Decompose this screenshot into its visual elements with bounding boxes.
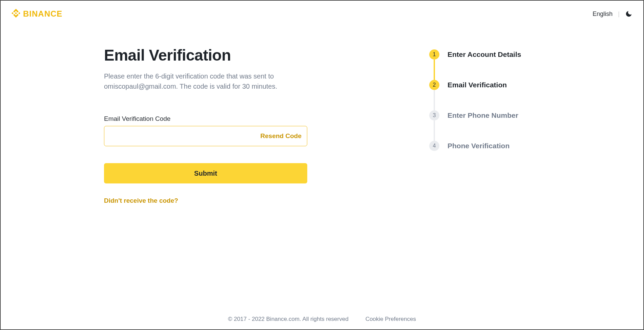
step-email-verification: 2 Email Verification	[429, 80, 521, 90]
step-number: 2	[429, 80, 439, 90]
step-number: 3	[429, 110, 439, 120]
page-title: Email Verification	[104, 46, 307, 64]
binance-logo-icon	[12, 9, 20, 19]
step-number: 4	[429, 141, 439, 151]
didnt-receive-link[interactable]: Didn't receive the code?	[104, 197, 307, 204]
copyright-text: © 2017 - 2022 Binance.com. All rights re…	[228, 316, 349, 323]
moon-icon	[625, 10, 632, 18]
header-right: English |	[593, 10, 632, 18]
binance-logo-text: BINANCE	[23, 9, 62, 19]
binance-logo[interactable]: BINANCE	[12, 9, 62, 19]
step-label: Enter Account Details	[448, 50, 521, 59]
step-phone-number: 3 Enter Phone Number	[429, 110, 521, 120]
step-connector	[434, 90, 435, 110]
verification-code-input[interactable]	[110, 133, 261, 140]
cookie-preferences-link[interactable]: Cookie Preferences	[366, 316, 416, 323]
code-input-wrap: Resend Code	[104, 126, 307, 146]
verification-form: Email Verification Please enter the 6-di…	[104, 46, 307, 204]
page-subtitle: Please enter the 6-digit verification co…	[104, 71, 287, 91]
progress-steps: 1 Enter Account Details 2 Email Verifica…	[429, 46, 521, 204]
submit-button[interactable]: Submit	[104, 163, 307, 183]
main-content: Email Verification Please enter the 6-di…	[1, 19, 643, 204]
step-connector	[434, 60, 435, 80]
step-label: Enter Phone Number	[448, 111, 518, 119]
step-label: Phone Verification	[448, 142, 510, 150]
theme-toggle[interactable]	[625, 10, 632, 18]
footer: © 2017 - 2022 Binance.com. All rights re…	[1, 316, 643, 323]
resend-code-link[interactable]: Resend Code	[261, 132, 302, 140]
step-label: Email Verification	[448, 81, 507, 89]
step-phone-verification: 4 Phone Verification	[429, 141, 521, 151]
step-number: 1	[429, 49, 439, 60]
step-connector	[434, 120, 435, 141]
divider: |	[618, 10, 620, 18]
language-selector[interactable]: English	[593, 10, 612, 18]
header: BINANCE English |	[1, 1, 643, 19]
input-label: Email Verification Code	[104, 115, 307, 123]
step-account-details: 1 Enter Account Details	[429, 49, 521, 60]
